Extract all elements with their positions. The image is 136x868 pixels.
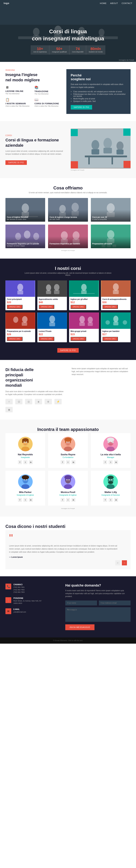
contatti-section: 📞 CHIAMACI (702) 992-7801 (702) 992-7802… [0,576,136,638]
svg-point-101 [69,442,69,443]
svg-point-52 [17,284,23,291]
trust-section: Di fiducia delleprincipaliorganizzazioni… [0,360,136,420]
team-role-4: Insegnante di inglese [9,494,42,496]
svg-point-30 [72,203,79,212]
team-title: Incontra il team appassionato [5,427,131,432]
avatar-walter [103,474,118,489]
svg-point-74 [80,316,85,323]
svg-rect-97 [70,440,71,443]
perche-title: Perchéscegliere noi [71,73,126,81]
svg-rect-87 [27,440,29,443]
trust-logo-3: ◎ [25,399,32,404]
corsi-lingua-section: CORSI Corsi di lingua e formazione azien… [0,121,136,178]
social-tw-5[interactable]: t [66,498,70,502]
footer: © Envato Elements. Click to edit this te… [0,638,136,644]
email-input[interactable] [99,600,131,606]
corso-btn-8[interactable]: ORDINA ORA [102,337,118,341]
svg-point-110 [109,442,110,443]
svg-point-16 [103,138,112,149]
social-fb-2[interactable]: f [60,460,64,464]
social-in-4[interactable]: in [29,498,33,502]
nav-about[interactable]: ABOUT [110,2,118,4]
testimonial-next-btn[interactable]: → [122,560,127,565]
corso-card-6: Lezioni Private $22 ORDINA ORA [37,312,67,342]
corso-card-5: Preparazione per le aziende $26 ORDINA O… [5,312,35,342]
corso-btn-6[interactable]: ORDINA ORA [39,337,54,341]
svg-rect-13 [124,161,131,168]
cosa-image-credit: Immagine da Freepik [5,250,131,251]
name-field [65,600,97,606]
avatar-bella [103,437,118,451]
team-name-5: Monica Poull [52,491,84,494]
nav-home[interactable]: HOME [100,2,107,4]
svg-point-138 [111,480,112,480]
social-tw-2[interactable]: t [66,460,70,464]
social-tw-4[interactable]: t [24,498,28,502]
svg-rect-57 [46,290,51,294]
social-tw-3[interactable]: t [108,460,112,464]
corso-btn-5[interactable]: ORDINA ORA [7,337,22,341]
message-textarea[interactable] [65,607,131,622]
social-tw-6[interactable]: t [108,498,112,502]
social-in-5[interactable]: in [72,498,76,502]
trust-text: Duis aute irure dolor in reprehenderit i… [5,390,64,396]
corso-btn-1[interactable]: ORDINA ORA [7,305,22,309]
svg-point-64 [113,283,119,290]
svg-rect-77 [88,322,93,326]
social-fb-6[interactable]: f [103,498,107,502]
feature-online: 🖥 LEZIONE ONLINE The Yoxi Elementor [5,86,32,95]
perche-btn[interactable]: SAPERE DI PIÙ [71,105,92,110]
stat-courses: 74 Corsi disponibili [70,45,86,55]
send-button[interactable]: INVIA MESSAGGIO [65,624,94,630]
social-fb-4[interactable]: f [18,498,22,502]
contact-phone: 📞 CHIAMACI (702) 992-7801 (702) 992-7802… [5,584,60,594]
team-grid: Nat Reynolds Insegnante f t in [5,433,131,505]
corsi-lingua-btn[interactable]: SAPERE DI PIÙ [5,160,27,165]
svg-point-82 [123,320,127,324]
testimonial-prev-btn[interactable]: ← [115,560,121,565]
team-social-1: f t in [9,460,42,464]
form-subtitle: Il nostro team sarà lieto di risponderti… [65,589,131,598]
contact-email: ✉ E-MAIL j.doe@email.com [5,608,60,614]
name-input[interactable] [65,600,97,606]
corso-card-8: Inglese per bambini $17 ORDINA ORA [101,312,131,342]
team-role-5: Insegnante di inglese [52,494,84,496]
svg-rect-62 [73,293,95,294]
testimonial-container: " Lorem ipsum dolor sit amet, consectetu… [5,530,131,569]
team-social-4: f t in [9,498,42,502]
address-lines: Rock Street, 21 Avenue, New York, NY 100… [13,600,42,605]
svg-rect-53 [17,290,23,294]
trust-title: Di fiducia delleprincipaliorganizzazioni… [5,367,64,388]
testimonial-text: Lorem ipsum dolor sit amet, consectetur … [9,544,118,554]
social-fb-5[interactable]: f [60,498,64,502]
social-in-1[interactable]: in [29,460,33,464]
trust-right: Nemo enim ipsam voluptatem quia voluptas… [72,367,131,376]
insegna-section: INSEGNA Insegna l'inglesenel modo miglio… [0,62,136,121]
studenti-section: Cosa dicono i nostri studenti " Lorem ip… [0,517,136,576]
phone-icon: 📞 [5,584,11,589]
svg-point-56 [54,284,59,290]
social-in-6[interactable]: in [114,498,118,502]
social-in-3[interactable]: in [114,460,118,464]
avatar-nat [18,437,33,451]
svg-point-79 [113,316,118,322]
location-icon: 📍 [5,597,11,603]
perche-list: Cras consectetur est elit, vel volutpat … [71,91,126,102]
nav-contact[interactable]: CONTACT [122,2,132,4]
stat-students: 80mln Studenti nel mondo [86,45,105,55]
contatti-left: 📞 CHIAMACI (702) 992-7801 (702) 992-7802… [5,584,60,630]
social-tw-1[interactable]: t [24,460,28,464]
corso-btn-4[interactable]: ORDINA ORA [102,305,118,309]
svg-point-134 [107,476,114,479]
social-fb-1[interactable]: f [18,460,22,464]
svg-point-36 [15,233,21,240]
social-fb-3[interactable]: f [103,460,107,464]
corso-btn-7[interactable]: ORDINA ORA [71,337,86,341]
nostri-more-btn[interactable]: SAPERE DI PIÙ [57,348,79,353]
quote-mark: " [9,534,127,542]
social-in-2[interactable]: in [72,460,76,464]
corso-btn-2[interactable]: ORDINA ORA [39,305,54,309]
cosa-card-3: Corsi per over 30 in tutta la tranquilli… [91,198,131,222]
trust-logo-5: ⊗ [45,399,52,404]
corso-btn-3[interactable]: ORDINA ORA [71,305,86,309]
